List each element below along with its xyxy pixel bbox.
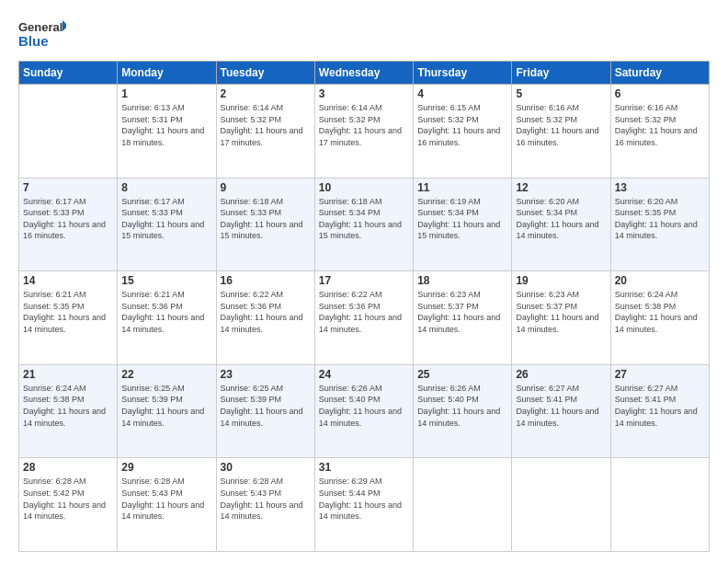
- day-number: 12: [516, 181, 606, 194]
- calendar-cell: [610, 458, 709, 552]
- day-number: 21: [23, 368, 113, 381]
- calendar-cell: 17Sunrise: 6:22 AM Sunset: 5:36 PM Dayli…: [314, 271, 413, 365]
- calendar: Sunday Monday Tuesday Wednesday Thursday…: [18, 61, 710, 552]
- calendar-cell: 15Sunrise: 6:21 AM Sunset: 5:36 PM Dayli…: [118, 271, 216, 365]
- calendar-cell: 21Sunrise: 6:24 AM Sunset: 5:38 PM Dayli…: [19, 364, 118, 458]
- day-info: Sunrise: 6:15 AM Sunset: 5:32 PM Dayligh…: [417, 102, 507, 148]
- day-info: Sunrise: 6:26 AM Sunset: 5:40 PM Dayligh…: [319, 383, 409, 429]
- calendar-cell: 16Sunrise: 6:22 AM Sunset: 5:36 PM Dayli…: [216, 271, 314, 365]
- col-thursday: Thursday: [414, 62, 512, 85]
- day-info: Sunrise: 6:26 AM Sunset: 5:40 PM Dayligh…: [417, 383, 507, 429]
- col-saturday: Saturday: [610, 62, 709, 85]
- calendar-cell: 22Sunrise: 6:25 AM Sunset: 5:39 PM Dayli…: [118, 364, 216, 458]
- day-info: Sunrise: 6:24 AM Sunset: 5:38 PM Dayligh…: [23, 383, 113, 429]
- calendar-cell: 4Sunrise: 6:15 AM Sunset: 5:32 PM Daylig…: [414, 85, 512, 178]
- calendar-cell: 1Sunrise: 6:13 AM Sunset: 5:31 PM Daylig…: [118, 85, 216, 178]
- calendar-cell: 24Sunrise: 6:26 AM Sunset: 5:40 PM Dayli…: [314, 364, 413, 458]
- day-info: Sunrise: 6:23 AM Sunset: 5:37 PM Dayligh…: [516, 289, 606, 335]
- calendar-cell: [512, 458, 610, 552]
- calendar-cell: 8Sunrise: 6:17 AM Sunset: 5:33 PM Daylig…: [118, 178, 216, 271]
- day-info: Sunrise: 6:20 AM Sunset: 5:34 PM Dayligh…: [516, 196, 606, 242]
- day-info: Sunrise: 6:29 AM Sunset: 5:44 PM Dayligh…: [319, 476, 409, 522]
- day-number: 3: [319, 87, 409, 100]
- day-number: 7: [23, 181, 113, 194]
- day-number: 4: [417, 87, 507, 100]
- calendar-cell: 7Sunrise: 6:17 AM Sunset: 5:33 PM Daylig…: [19, 178, 118, 271]
- svg-marker-2: [63, 20, 66, 31]
- day-number: 1: [121, 87, 211, 100]
- day-info: Sunrise: 6:28 AM Sunset: 5:43 PM Dayligh…: [121, 476, 211, 522]
- day-number: 25: [417, 368, 507, 381]
- day-info: Sunrise: 6:14 AM Sunset: 5:32 PM Dayligh…: [221, 102, 311, 148]
- calendar-cell: 2Sunrise: 6:14 AM Sunset: 5:32 PM Daylig…: [216, 85, 314, 178]
- day-number: 29: [121, 461, 211, 474]
- day-number: 24: [319, 368, 409, 381]
- day-number: 23: [221, 368, 311, 381]
- day-info: Sunrise: 6:24 AM Sunset: 5:38 PM Dayligh…: [615, 289, 705, 335]
- calendar-cell: 25Sunrise: 6:26 AM Sunset: 5:40 PM Dayli…: [414, 364, 512, 458]
- week-row: 21Sunrise: 6:24 AM Sunset: 5:38 PM Dayli…: [19, 364, 710, 458]
- calendar-cell: 26Sunrise: 6:27 AM Sunset: 5:41 PM Dayli…: [512, 364, 610, 458]
- svg-text:General: General: [18, 20, 63, 34]
- day-info: Sunrise: 6:25 AM Sunset: 5:39 PM Dayligh…: [221, 383, 311, 429]
- col-friday: Friday: [512, 62, 610, 85]
- day-number: 31: [319, 461, 409, 474]
- day-number: 10: [319, 181, 409, 194]
- day-number: 27: [615, 368, 705, 381]
- calendar-cell: 13Sunrise: 6:20 AM Sunset: 5:35 PM Dayli…: [610, 178, 709, 271]
- calendar-cell: 19Sunrise: 6:23 AM Sunset: 5:37 PM Dayli…: [512, 271, 610, 365]
- calendar-cell: 23Sunrise: 6:25 AM Sunset: 5:39 PM Dayli…: [216, 364, 314, 458]
- day-info: Sunrise: 6:25 AM Sunset: 5:39 PM Dayligh…: [121, 383, 211, 429]
- calendar-cell: 3Sunrise: 6:14 AM Sunset: 5:32 PM Daylig…: [314, 85, 413, 178]
- calendar-cell: 6Sunrise: 6:16 AM Sunset: 5:32 PM Daylig…: [610, 85, 709, 178]
- day-number: 28: [23, 461, 113, 474]
- day-info: Sunrise: 6:17 AM Sunset: 5:33 PM Dayligh…: [23, 196, 113, 242]
- calendar-cell: [19, 85, 118, 178]
- calendar-cell: 31Sunrise: 6:29 AM Sunset: 5:44 PM Dayli…: [314, 458, 413, 552]
- page: General Blue Sunday Monday Tuesday Wedne…: [0, 0, 728, 563]
- day-info: Sunrise: 6:27 AM Sunset: 5:41 PM Dayligh…: [615, 383, 705, 429]
- col-tuesday: Tuesday: [216, 62, 314, 85]
- day-info: Sunrise: 6:16 AM Sunset: 5:32 PM Dayligh…: [615, 102, 705, 148]
- calendar-cell: 30Sunrise: 6:28 AM Sunset: 5:43 PM Dayli…: [216, 458, 314, 552]
- day-info: Sunrise: 6:18 AM Sunset: 5:33 PM Dayligh…: [221, 196, 311, 242]
- day-number: 30: [221, 461, 311, 474]
- day-info: Sunrise: 6:22 AM Sunset: 5:36 PM Dayligh…: [221, 289, 311, 335]
- day-number: 26: [516, 368, 606, 381]
- week-row: 7Sunrise: 6:17 AM Sunset: 5:33 PM Daylig…: [19, 178, 710, 271]
- calendar-cell: 20Sunrise: 6:24 AM Sunset: 5:38 PM Dayli…: [610, 271, 709, 365]
- calendar-cell: 5Sunrise: 6:16 AM Sunset: 5:32 PM Daylig…: [512, 85, 610, 178]
- calendar-cell: 11Sunrise: 6:19 AM Sunset: 5:34 PM Dayli…: [414, 178, 512, 271]
- calendar-cell: 12Sunrise: 6:20 AM Sunset: 5:34 PM Dayli…: [512, 178, 610, 271]
- day-number: 20: [615, 274, 705, 287]
- day-info: Sunrise: 6:20 AM Sunset: 5:35 PM Dayligh…: [615, 196, 705, 242]
- col-wednesday: Wednesday: [314, 62, 413, 85]
- day-number: 8: [121, 181, 211, 194]
- col-sunday: Sunday: [19, 62, 118, 85]
- calendar-cell: 28Sunrise: 6:28 AM Sunset: 5:42 PM Dayli…: [19, 458, 118, 552]
- calendar-cell: 10Sunrise: 6:18 AM Sunset: 5:34 PM Dayli…: [314, 178, 413, 271]
- day-number: 11: [417, 181, 507, 194]
- day-info: Sunrise: 6:23 AM Sunset: 5:37 PM Dayligh…: [417, 289, 507, 335]
- day-info: Sunrise: 6:19 AM Sunset: 5:34 PM Dayligh…: [417, 196, 507, 242]
- day-number: 2: [221, 87, 311, 100]
- day-number: 6: [615, 87, 705, 100]
- day-number: 15: [121, 274, 211, 287]
- day-number: 17: [319, 274, 409, 287]
- day-number: 16: [221, 274, 311, 287]
- day-number: 19: [516, 274, 606, 287]
- day-info: Sunrise: 6:22 AM Sunset: 5:36 PM Dayligh…: [319, 289, 409, 335]
- day-info: Sunrise: 6:17 AM Sunset: 5:33 PM Dayligh…: [121, 196, 211, 242]
- week-row: 28Sunrise: 6:28 AM Sunset: 5:42 PM Dayli…: [19, 458, 710, 552]
- day-info: Sunrise: 6:16 AM Sunset: 5:32 PM Dayligh…: [516, 102, 606, 148]
- day-number: 18: [417, 274, 507, 287]
- week-row: 1Sunrise: 6:13 AM Sunset: 5:31 PM Daylig…: [19, 85, 710, 178]
- logo-svg: General Blue: [18, 17, 66, 53]
- day-number: 5: [516, 87, 606, 100]
- day-info: Sunrise: 6:28 AM Sunset: 5:42 PM Dayligh…: [23, 476, 113, 522]
- day-info: Sunrise: 6:18 AM Sunset: 5:34 PM Dayligh…: [319, 196, 409, 242]
- day-number: 14: [23, 274, 113, 287]
- day-info: Sunrise: 6:27 AM Sunset: 5:41 PM Dayligh…: [516, 383, 606, 429]
- day-info: Sunrise: 6:21 AM Sunset: 5:36 PM Dayligh…: [121, 289, 211, 335]
- svg-text:Blue: Blue: [18, 33, 49, 49]
